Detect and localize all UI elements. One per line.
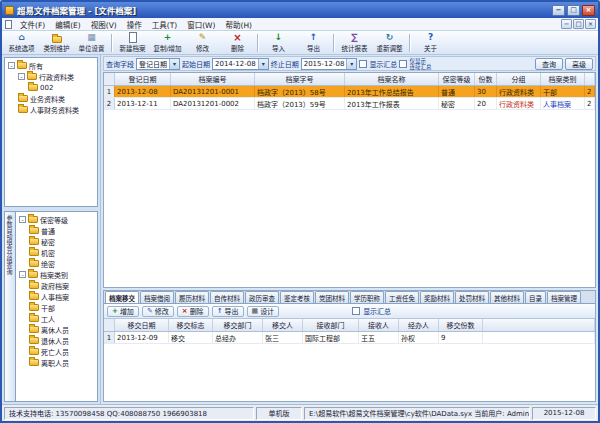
tree-item-resigned[interactable]: 离职人员 xyxy=(17,357,96,368)
column-header[interactable]: 移交份数 xyxy=(439,319,483,331)
tree-item-deceased[interactable]: 死亡人员 xyxy=(17,346,96,357)
column-header[interactable]: 份数 xyxy=(475,73,497,85)
collapse-icon[interactable]: - xyxy=(8,62,15,69)
tree-item-all[interactable]: - 所有 xyxy=(6,60,96,71)
column-header[interactable]: 档案字号 xyxy=(255,73,345,85)
tree-item-top-secret[interactable]: 绝密 xyxy=(17,258,96,269)
detail-design-button[interactable]: ▦ 设计 xyxy=(247,306,280,317)
tab-archive-transfer[interactable]: 档案移交 xyxy=(105,291,139,303)
table-row[interactable]: 2 2013-12-11 DA20131201-0002 档政字（2013）59… xyxy=(104,98,595,110)
column-header[interactable]: 保密等级 xyxy=(439,73,475,85)
tree-item-business[interactable]: 业务资料类 xyxy=(6,93,96,104)
tree-item-personnel[interactable]: 人事档案 xyxy=(17,291,96,302)
tab-punishment[interactable]: 处罚材料 xyxy=(455,291,489,303)
delete-button[interactable]: × 删除 xyxy=(220,32,255,54)
collapse-icon[interactable]: - xyxy=(19,216,26,223)
about-button[interactable]: ? 关于 xyxy=(413,32,448,54)
collapse-icon[interactable]: - xyxy=(18,73,25,80)
tree-item-lixiu[interactable]: 离休人员 xyxy=(17,324,96,335)
tab-catalog[interactable]: 目录 xyxy=(525,291,546,303)
transfer-table-row[interactable]: 1 2013-12-09 移交 总经办 张三 国际工程部 王五 孙权 9 xyxy=(104,332,595,344)
column-header[interactable]: 分组 xyxy=(497,73,541,85)
tree-item-secret[interactable]: 秘密 xyxy=(17,236,96,247)
minimize-button[interactable]: − xyxy=(552,5,565,16)
menu-tools[interactable]: 工具(T) xyxy=(147,19,182,30)
mdi-close-button[interactable]: × xyxy=(585,19,596,29)
column-header[interactable]: 档案名称 xyxy=(345,73,439,85)
only-summary-line2: 连接汇总 xyxy=(409,64,431,70)
tab-party-league[interactable]: 党团材料 xyxy=(315,291,349,303)
tree-item-administrative[interactable]: - 行政资料类 xyxy=(6,71,96,82)
tree-item-retired[interactable]: 退休人员 xyxy=(17,335,96,346)
category-maintain-button[interactable]: 类别维护 xyxy=(39,32,74,54)
copy-add-button[interactable]: + 复制/增加 xyxy=(150,32,185,54)
tab-autobiography[interactable]: 自传材料 xyxy=(210,291,244,303)
detail-modify-button[interactable]: ✎ 修改 xyxy=(142,306,174,317)
collapse-icon[interactable]: - xyxy=(19,271,26,278)
tab-archive-borrow[interactable]: 档案借阅 xyxy=(140,291,174,303)
tab-resume-materials[interactable]: 履历材料 xyxy=(175,291,209,303)
menu-file[interactable]: 文件(F) xyxy=(15,19,50,30)
tab-political-review[interactable]: 政历审查 xyxy=(245,291,279,303)
category-maintain-label: 类别维护 xyxy=(44,43,70,53)
column-header[interactable]: 登记日期 xyxy=(115,73,171,85)
tree-item-government[interactable]: 政府档案 xyxy=(17,280,96,291)
show-summary-checkbox[interactable] xyxy=(359,60,367,68)
tree-item-archive-category[interactable]: - 档案类别 xyxy=(17,269,96,280)
search-button[interactable]: 查询 xyxy=(535,58,563,70)
tab-archive-manage[interactable]: 档案管理 xyxy=(547,291,581,303)
tree-item-worker[interactable]: 工人 xyxy=(17,313,96,324)
import-button[interactable]: ↓ 导入 xyxy=(261,32,296,54)
new-archive-button[interactable]: 新建档案 xyxy=(115,32,150,54)
column-header[interactable]: 经办人 xyxy=(399,319,439,331)
menu-help[interactable]: 帮助(H) xyxy=(220,19,257,30)
detail-show-summary-checkbox[interactable] xyxy=(352,307,360,315)
tab-other-materials[interactable]: 其他材料 xyxy=(490,291,524,303)
detail-export-button[interactable]: ↑ 导出 xyxy=(212,306,244,317)
tree-item-hr-finance[interactable]: 人事财务资料类 xyxy=(6,104,96,115)
column-header[interactable]: 移交人 xyxy=(263,319,303,331)
column-header[interactable]: 接收部门 xyxy=(303,319,359,331)
end-date-picker[interactable]: 2015-12-08 ▾ xyxy=(301,58,358,70)
detail-add-button[interactable]: + 增加 xyxy=(107,306,139,317)
modify-button[interactable]: ✎ 修改 xyxy=(185,32,220,54)
tab-salary-appointment[interactable]: 工资任免 xyxy=(385,291,419,303)
maximize-button[interactable]: □ xyxy=(567,5,580,16)
detail-delete-button[interactable]: × 删除 xyxy=(177,306,209,317)
tab-education-title[interactable]: 学历职称 xyxy=(350,291,384,303)
mdi-restore-button[interactable]: □ xyxy=(573,19,584,29)
start-date-picker[interactable]: 2014-12-08 ▾ xyxy=(212,58,269,70)
menu-view[interactable]: 视图(V) xyxy=(86,19,122,30)
tree-item-secret-level[interactable]: - 保密等级 xyxy=(17,214,96,225)
column-header[interactable]: 接收人 xyxy=(359,319,399,331)
readjust-button[interactable]: ↻ 重新调整 xyxy=(372,32,407,54)
tab-appraisal[interactable]: 鉴定考核 xyxy=(280,291,314,303)
column-header[interactable]: 移交日期 xyxy=(115,319,169,331)
mdi-minimize-button[interactable]: − xyxy=(561,19,572,29)
advanced-button[interactable]: 高级 xyxy=(565,58,593,70)
tree-item-normal[interactable]: 普通 xyxy=(17,225,96,236)
tree-item-label: 行政资料类 xyxy=(39,72,74,82)
tab-reward[interactable]: 奖励材料 xyxy=(420,291,454,303)
group-query-vertical-tab[interactable]: 参数自动组合分组查询 xyxy=(4,211,15,402)
menu-window[interactable]: 窗口(W) xyxy=(182,19,220,30)
export-button[interactable]: ↑ 导出 xyxy=(296,32,331,54)
tree-item-002[interactable]: 002 xyxy=(6,82,96,93)
tree-item-confidential[interactable]: 机密 xyxy=(17,247,96,258)
query-field-select[interactable]: 登记日期 ▾ xyxy=(136,58,180,70)
column-header[interactable]: 移交部门 xyxy=(213,319,263,331)
column-header[interactable] xyxy=(585,73,595,85)
column-header[interactable]: 档案编号 xyxy=(171,73,255,85)
menu-operate[interactable]: 操作 xyxy=(122,19,147,30)
close-button[interactable]: × xyxy=(582,5,595,16)
menu-edit[interactable]: 编辑(E) xyxy=(50,19,86,30)
column-header[interactable]: 移交标志 xyxy=(169,319,213,331)
tree-item-cadre[interactable]: 干部 xyxy=(17,302,96,313)
system-options-button[interactable]: ⌂ 系统选项 xyxy=(4,32,39,54)
report-button[interactable]: ∑ 统计报表 xyxy=(337,32,372,54)
table-row-selected[interactable]: 1 2013-12-08 DA20131201-0001 档政字（2013）58… xyxy=(104,86,595,98)
only-summary-checkbox[interactable] xyxy=(399,60,407,68)
start-date-value: 2014-12-08 xyxy=(213,60,258,68)
column-header[interactable]: 档案类别 xyxy=(541,73,585,85)
unit-setting-button[interactable]: ▦ 单位设置 xyxy=(74,32,109,54)
